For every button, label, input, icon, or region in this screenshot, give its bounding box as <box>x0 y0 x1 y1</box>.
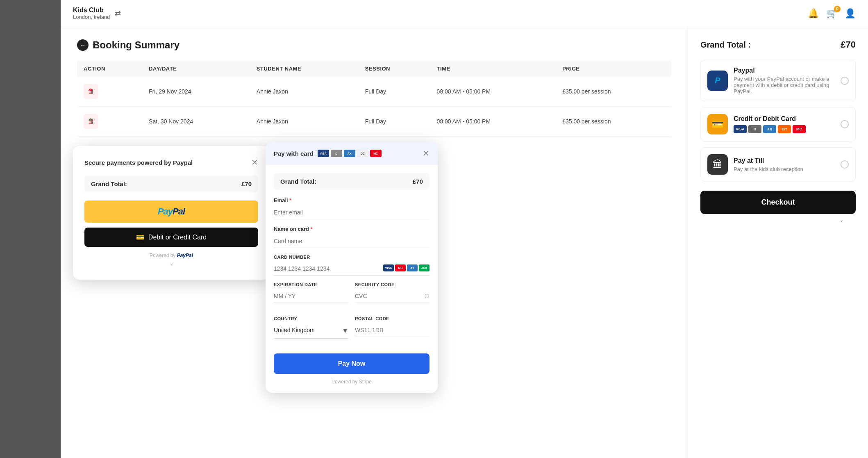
brand-logo: Kids Club London, Ireland <box>73 7 110 20</box>
card-number-wrap: VISA MC AX JCB <box>274 262 429 276</box>
postal-label: POSTAL CODE <box>355 316 429 321</box>
expiry-col: EXPIRATION DATE <box>274 282 348 310</box>
grand-total-amount: £70 <box>841 39 856 50</box>
diners-icon: D <box>331 150 342 157</box>
grand-total-header: Grand Total : £70 <box>700 39 856 50</box>
email-required-mark: * <box>289 197 291 203</box>
row2-session: Full Day <box>359 107 430 137</box>
paypal-option-info: Paypal Pay with your PayPal account or m… <box>734 67 835 94</box>
card-payment-popup: Pay with card VISA D AX DC MC ✕ Grand To… <box>266 142 438 393</box>
pay-now-button[interactable]: Pay Now <box>274 353 429 374</box>
security-wrap: ⊙ <box>355 289 429 303</box>
grand-total-label: Grand Total : <box>700 40 751 50</box>
powered-stripe: Powered by Stripe <box>274 379 429 385</box>
card-radio[interactable] <box>841 120 849 128</box>
right-panel: Grand Total : £70 P Paypal Pay with your… <box>688 27 868 458</box>
expiry-field[interactable] <box>274 289 348 303</box>
table-row: 🗑 Fri, 29 Nov 2024 Annie Jaxon Full Day … <box>77 77 671 107</box>
card-option-icons-row: VISA D AX DC MC <box>734 125 835 133</box>
card-number-label: CARD NUMBER <box>274 255 429 260</box>
country-postal-row: COUNTRY United Kingdom United States Ire… <box>274 316 429 344</box>
discover-card-icon: DC <box>778 125 791 133</box>
diners-card-icon: D <box>748 125 761 133</box>
table-row: 🗑 Sat, 30 Nov 2024 Annie Jaxon Full Day … <box>77 107 671 137</box>
delete-row-1[interactable]: 🗑 <box>84 84 98 99</box>
collapse-arrow-icon[interactable]: ˅ <box>840 219 843 228</box>
inline-amex-icon: AX <box>407 264 418 271</box>
paypal-pay-button[interactable]: PayPal <box>84 201 258 223</box>
card-popup-title-row: Pay with card VISA D AX DC MC <box>274 150 382 157</box>
header: Kids Club London, Ireland ⇄ 🔔 🛒 0 👤 <box>61 0 868 27</box>
paypal-total-amount: £70 <box>241 180 252 187</box>
card-icon-small: 💳 <box>136 233 144 241</box>
paypal-option-desc: Pay with your PayPal account or make a p… <box>734 76 835 94</box>
notification-icon[interactable]: 🔔 <box>808 8 819 19</box>
mc-card-icon: MC <box>793 125 806 133</box>
booking-title-text: Booking Summary <box>93 39 180 51</box>
expiry-security-row: EXPIRATION DATE SECURITY CODE ⊙ <box>274 282 429 310</box>
card-option-name: Credit or Debit Card <box>734 115 835 123</box>
col-time: TIME <box>430 61 556 77</box>
checkout-button[interactable]: Checkout <box>700 191 856 214</box>
row2-date: Sat, 30 Nov 2024 <box>142 107 250 137</box>
country-select[interactable]: United Kingdom United States Ireland <box>274 324 348 337</box>
card-option-info: Credit or Debit Card VISA D AX DC MC <box>734 115 835 133</box>
cart-badge: 0 <box>834 6 841 12</box>
paypal-option-name: Paypal <box>734 67 835 74</box>
postal-code-field[interactable] <box>355 324 429 337</box>
expiry-label: EXPIRATION DATE <box>274 282 348 287</box>
till-radio[interactable] <box>841 160 849 169</box>
name-on-card-field[interactable] <box>274 235 429 248</box>
paypal-popup: Secure payments powered by Paypal ✕ Gran… <box>73 146 270 280</box>
email-field[interactable] <box>274 206 429 219</box>
paypal-radio[interactable] <box>841 77 849 85</box>
paypal-total-label: Grand Total: <box>91 180 127 187</box>
payment-option-paypal[interactable]: P Paypal Pay with your PayPal account or… <box>700 60 856 101</box>
sidebar-bg <box>0 0 61 458</box>
user-icon[interactable]: 👤 <box>845 8 856 19</box>
col-student: STUDENT NAME <box>250 61 359 77</box>
booking-title: ← Booking Summary <box>77 39 671 51</box>
name-label: Name on card * <box>274 226 429 232</box>
card-popup-title-text: Pay with card <box>274 150 314 157</box>
payment-option-card[interactable]: 💳 Credit or Debit Card VISA D AX DC MC <box>700 107 856 141</box>
brand-name: Kids Club <box>73 7 110 14</box>
mastercard-icon: MC <box>370 150 382 157</box>
cart-icon[interactable]: 🛒 0 <box>826 8 837 19</box>
card-option-icon: 💳 <box>707 114 728 134</box>
inline-jcb-icon: JCB <box>419 264 429 271</box>
debit-credit-label: Debit or Credit Card <box>148 234 207 241</box>
delete-row-2[interactable]: 🗑 <box>84 114 98 129</box>
cvc-info-icon: ⊙ <box>424 292 429 300</box>
country-label: COUNTRY <box>274 316 348 321</box>
content-area: ← Booking Summary ACTION DAY/DATE STUDEN… <box>61 27 868 458</box>
card-total-amount: £70 <box>413 178 423 185</box>
paypal-total-row: Grand Total: £70 <box>84 175 258 192</box>
card-grand-total: Grand Total: £70 <box>274 173 429 190</box>
col-action: ACTION <box>77 61 142 77</box>
back-button[interactable]: ← <box>77 39 89 51</box>
swap-icon[interactable]: ⇄ <box>115 9 121 18</box>
col-date: DAY/DATE <box>142 61 250 77</box>
till-option-info: Pay at Till Pay at the kids club recepti… <box>734 157 835 172</box>
header-icons: 🔔 🛒 0 👤 <box>808 8 856 19</box>
till-option-icon: 🏛 <box>707 154 728 175</box>
card-popup-close[interactable]: ✕ <box>423 148 429 158</box>
row2-student: Annie Jaxon <box>250 107 359 137</box>
card-popup-header: Pay with card VISA D AX DC MC ✕ <box>266 142 438 165</box>
booking-table: ACTION DAY/DATE STUDENT NAME SESSION TIM… <box>77 61 671 137</box>
visa-icon: VISA <box>318 150 329 157</box>
powered-label: Powered by <box>150 253 175 258</box>
popup-chevron: ˅ <box>84 262 258 271</box>
card-inline-icons: VISA MC AX JCB <box>383 264 429 271</box>
collapse-row: ˅ <box>700 214 856 232</box>
row1-student: Annie Jaxon <box>250 77 359 107</box>
col-price: PRICE <box>556 61 671 77</box>
payment-option-till[interactable]: 🏛 Pay at Till Pay at the kids club recep… <box>700 147 856 182</box>
left-panel: ← Booking Summary ACTION DAY/DATE STUDEN… <box>61 27 688 458</box>
security-field[interactable] <box>355 289 429 303</box>
col-session: SESSION <box>359 61 430 77</box>
debit-credit-button[interactable]: 💳 Debit or Credit Card <box>84 228 258 247</box>
country-select-wrap: United Kingdom United States Ireland ▼ <box>274 324 348 339</box>
paypal-popup-close[interactable]: ✕ <box>251 157 258 167</box>
